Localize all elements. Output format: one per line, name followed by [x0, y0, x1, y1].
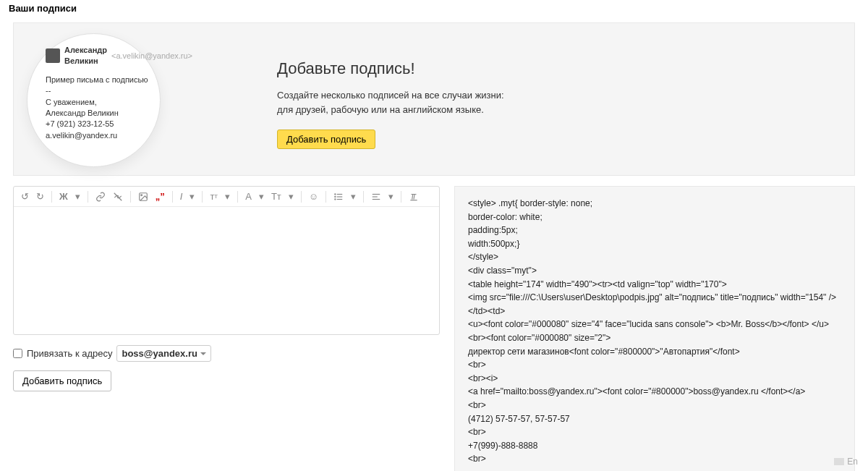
page-title: Ваши подписи	[0, 0, 868, 17]
svg-point-7	[335, 196, 336, 197]
svg-point-8	[335, 198, 336, 199]
code-line: border-color: white;	[468, 212, 542, 222]
bind-address-select[interactable]: boss@yandex.ru	[116, 345, 210, 362]
preview-line: +7 (921) 323-12-55	[46, 119, 190, 130]
code-line: </style>	[468, 252, 498, 262]
rich-text-editor: ↺ ↻ Ж ▾ „” I ▾	[13, 186, 440, 335]
chevron-down-icon[interactable]: ▾	[256, 190, 267, 203]
code-line: директор сети магазинов<font color="#800…	[468, 347, 740, 357]
editor-column: ↺ ↻ Ж ▾ „” I ▾	[13, 186, 440, 471]
code-line: <u><font color="#000080" size="4" face="…	[468, 319, 829, 329]
case-icon[interactable]: Тт	[268, 190, 284, 203]
code-line: <br>	[468, 360, 486, 370]
preview-line: a.velikin@yandex.ru	[46, 130, 190, 141]
align-icon[interactable]	[368, 190, 384, 203]
intro-panel: Александр Великин <a.velikin@yandex.ru> …	[13, 22, 855, 176]
intro-heading: Добавьте подпись!	[277, 59, 504, 78]
code-line: <table height="174" width="490"><tr><td …	[468, 279, 727, 289]
preview-content: Александр Великин <a.velikin@yandex.ru> …	[46, 45, 190, 141]
preview-sample-title: Пример письма с подписью	[46, 75, 190, 85]
preview-divider: --	[46, 85, 190, 96]
code-line: <br>	[468, 454, 486, 464]
svg-point-6	[335, 193, 336, 194]
code-line: </td><td>	[468, 306, 505, 316]
chevron-down-icon[interactable]: ▾	[72, 190, 83, 203]
bind-checkbox[interactable]	[13, 349, 22, 358]
code-line: padding:5px;	[468, 225, 518, 235]
code-line: <br>	[468, 400, 486, 410]
undo-icon[interactable]: ↺	[18, 190, 32, 203]
emoji-icon[interactable]: ☺	[306, 190, 321, 203]
language-switcher[interactable]: En	[834, 457, 858, 467]
code-line: <br><i>	[468, 373, 498, 383]
code-line: width:500px;}	[468, 239, 519, 249]
quote-icon[interactable]: „”	[153, 190, 168, 203]
code-line: <div class="myt">	[468, 266, 537, 276]
code-panel: <style> .myt{ border-style: none; border…	[454, 186, 855, 471]
preview-line: Александр Великин	[46, 108, 190, 119]
unlink-icon[interactable]	[110, 190, 126, 203]
svg-point-2	[141, 194, 142, 195]
font-color-icon[interactable]: A	[242, 190, 255, 203]
intro-description: Создайте несколько подписей на все случа…	[277, 88, 504, 116]
intro-text: Добавьте подпись! Создайте несколько под…	[277, 38, 504, 149]
code-line: <br><font color="#000080" size="2">	[468, 333, 610, 343]
chevron-down-icon[interactable]: ▾	[386, 190, 396, 203]
redo-icon[interactable]: ↻	[33, 190, 47, 203]
bind-address-row: Привязать к адресу boss@yandex.ru	[13, 345, 440, 362]
code-line: <style> .myt{ border-style: none;	[468, 198, 592, 208]
editor-toolbar: ↺ ↻ Ж ▾ „” I ▾	[14, 187, 439, 207]
chevron-down-icon[interactable]: ▾	[286, 190, 297, 203]
add-signature-button[interactable]: Добавить подпись	[277, 130, 375, 149]
code-line: <br>	[468, 427, 486, 437]
editor-body[interactable]	[14, 207, 439, 334]
image-icon[interactable]	[135, 190, 151, 203]
preview-name: Александр Великин	[64, 45, 107, 67]
intro-desc-line: Создайте несколько подписей на все случа…	[277, 88, 504, 103]
preview-line: С уважением,	[46, 97, 190, 108]
bold-icon[interactable]: Ж	[56, 190, 71, 203]
code-line: <a href="mailto:boss@yandex.ru"><font co…	[468, 386, 805, 396]
clear-format-icon[interactable]	[406, 190, 422, 203]
flag-icon	[834, 458, 844, 465]
svg-rect-13	[834, 458, 844, 465]
preview-email: <a.velikin@yandex.ru>	[111, 51, 192, 61]
list-icon[interactable]	[331, 190, 346, 203]
chevron-down-icon[interactable]: ▾	[222, 190, 233, 203]
bind-label: Привязать к адресу	[27, 348, 112, 359]
submit-signature-button[interactable]: Добавить подпись	[13, 370, 111, 391]
chevron-down-icon[interactable]: ▾	[187, 190, 197, 203]
language-label: En	[847, 457, 858, 467]
avatar	[46, 48, 60, 63]
code-line: <img src="file:///C:\Users\user\Desktop\…	[468, 292, 836, 302]
code-line: (4712) 57-57-57, 57-57-57	[468, 414, 570, 424]
font-size-icon[interactable]: тT	[207, 190, 221, 203]
signature-preview: Александр Великин <a.velikin@yandex.ru> …	[31, 38, 176, 153]
link-icon[interactable]	[93, 190, 109, 203]
font-family-icon[interactable]: I	[177, 190, 186, 203]
chevron-down-icon[interactable]: ▾	[348, 190, 359, 203]
intro-desc-line: для друзей, рабочую или на английском яз…	[277, 103, 504, 117]
code-line: +7(999)-888-8888	[468, 441, 537, 451]
